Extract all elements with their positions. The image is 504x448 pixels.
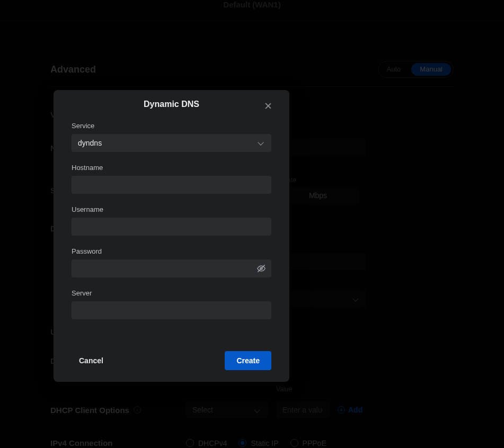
dynamic-dns-modal: Dynamic DNS Service dyndns Hostname User… — [54, 90, 289, 382]
username-input[interactable] — [72, 218, 271, 236]
username-label: Username — [72, 205, 271, 213]
service-value: dyndns — [78, 139, 102, 147]
service-label: Service — [72, 122, 271, 130]
server-label: Server — [72, 289, 271, 297]
hostname-label: Hostname — [72, 164, 271, 172]
service-select[interactable]: dyndns — [72, 134, 271, 152]
cancel-button[interactable]: Cancel — [72, 356, 103, 365]
hostname-input[interactable] — [72, 176, 271, 194]
password-input[interactable] — [72, 259, 271, 277]
password-label: Password — [72, 247, 271, 255]
modal-title: Dynamic DNS — [54, 100, 289, 109]
create-button[interactable]: Create — [225, 351, 271, 370]
close-icon[interactable] — [265, 103, 271, 109]
eye-off-icon[interactable] — [257, 264, 266, 273]
server-input[interactable] — [72, 301, 271, 319]
chevron-down-icon — [258, 139, 263, 145]
